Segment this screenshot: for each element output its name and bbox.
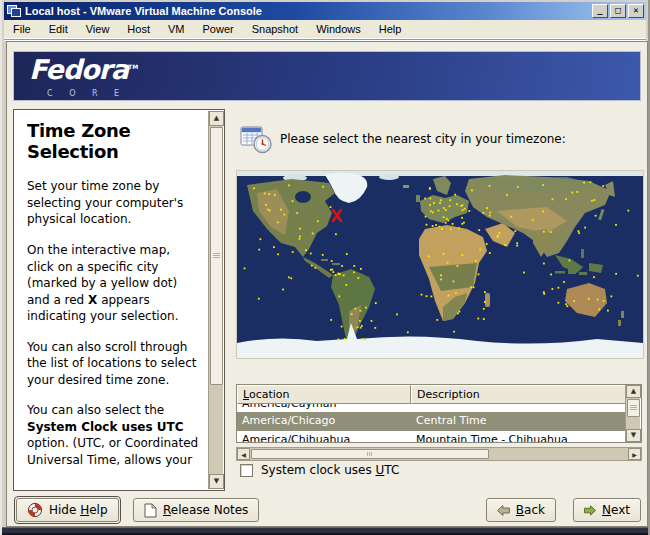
- hide-help-label: Hide Help: [49, 503, 108, 517]
- release-notes-label: Release Notes: [163, 503, 248, 517]
- window-title: Local host - VMware Virtual Machine Cons…: [25, 5, 262, 17]
- table-row-selected[interactable]: America/ChicagoCentral Time: [237, 412, 626, 431]
- trademark-symbol: TM: [128, 63, 138, 70]
- menu-item-host[interactable]: Host: [118, 21, 159, 37]
- help-scroll-thumb[interactable]: [210, 127, 223, 385]
- timezone-prompt: Please select the nearest city in your t…: [280, 132, 566, 146]
- timezone-prompt-row: Please select the nearest city in your t…: [239, 124, 566, 154]
- table-row[interactable]: America/Cayman: [237, 404, 626, 412]
- scroll-left-icon[interactable]: ◀: [237, 448, 250, 460]
- scroll-up-icon[interactable]: ▲: [626, 385, 641, 398]
- vm-screen: FedoraTM C O R E Time Zone Selection Set…: [6, 41, 648, 527]
- window-controls: _ □ ✕: [592, 4, 646, 18]
- help-paragraph-3: You can also scroll through the list of …: [27, 339, 200, 389]
- menu-item-file[interactable]: File: [4, 21, 40, 37]
- close-button[interactable]: ✕: [628, 4, 644, 18]
- vmware-window: Local host - VMware Virtual Machine Cons…: [0, 0, 650, 535]
- table-body: America/Cayman America/ChicagoCentral Ti…: [237, 404, 626, 442]
- menu-item-view[interactable]: View: [77, 21, 119, 37]
- scroll-down-icon[interactable]: ▼: [209, 474, 224, 489]
- life-preserver-icon: [27, 502, 43, 518]
- fedora-header: FedoraTM C O R E: [13, 51, 641, 101]
- fedora-logo: FedoraTM C O R E: [29, 54, 138, 85]
- menu-item-snapshot[interactable]: Snapshot: [243, 21, 307, 37]
- scroll-right-icon[interactable]: ▶: [628, 448, 641, 460]
- vmware-icon: [7, 4, 21, 18]
- utc-checkbox-row: System clock uses UTC: [240, 463, 399, 477]
- help-scrollbar[interactable]: ▲ ▼: [208, 111, 223, 489]
- hide-help-focus-ring: Hide Help: [14, 496, 121, 524]
- help-paragraph-4: You can also select the System Clock use…: [27, 402, 200, 468]
- back-button[interactable]: Back: [486, 498, 556, 522]
- table-header-row: Location Description: [237, 385, 626, 404]
- scroll-down-icon[interactable]: ▼: [626, 429, 641, 442]
- menu-item-vm[interactable]: VM: [159, 21, 194, 37]
- document-icon: [144, 503, 157, 518]
- world-map[interactable]: [236, 170, 644, 359]
- hscroll-thumb[interactable]: [251, 449, 489, 459]
- table-hscrollbar[interactable]: ◀ ▶: [236, 447, 642, 461]
- help-title: Time Zone Selection: [27, 121, 157, 162]
- next-arrow-icon: [584, 505, 596, 516]
- next-button[interactable]: Next: [573, 498, 641, 522]
- column-header-description[interactable]: Description: [411, 385, 626, 404]
- clock-calendar-icon: [239, 124, 272, 154]
- menu-item-edit[interactable]: Edit: [40, 21, 77, 37]
- release-notes-button[interactable]: Release Notes: [133, 498, 259, 522]
- help-paragraph-1: Set your time zone by selecting your com…: [27, 178, 200, 228]
- bottom-strip: [2, 527, 648, 535]
- utc-checkbox-label[interactable]: System clock uses UTC: [261, 463, 399, 477]
- menu-item-windows[interactable]: Windows: [307, 21, 370, 37]
- utc-checkbox[interactable]: [240, 464, 253, 477]
- back-label: Back: [516, 503, 545, 517]
- location-table: Location Description America/Cayman Amer…: [236, 384, 642, 443]
- next-label: Next: [602, 503, 630, 517]
- minimize-button[interactable]: _: [592, 4, 608, 18]
- menubar: File Edit View Host VM Power Snapshot Wi…: [4, 20, 646, 39]
- table-scroll-thumb[interactable]: [627, 399, 640, 417]
- back-arrow-icon: [497, 505, 510, 516]
- menu-item-power[interactable]: Power: [193, 21, 242, 37]
- help-paragraph-2: On the interactive map, click on a speci…: [27, 242, 200, 325]
- table-row[interactable]: America/ChihuahuaMountain Time - Chihuah…: [237, 431, 626, 442]
- maximize-button[interactable]: □: [610, 4, 626, 18]
- hide-help-button[interactable]: Hide Help: [16, 498, 119, 522]
- window-titlebar[interactable]: Local host - VMware Virtual Machine Cons…: [4, 2, 646, 20]
- help-panel: Time Zone Selection Set your time zone b…: [13, 109, 225, 491]
- fedora-core-label: C O R E: [47, 89, 126, 98]
- column-header-location[interactable]: Location: [237, 385, 411, 404]
- table-vscrollbar[interactable]: ▲ ▼: [625, 385, 640, 442]
- scroll-up-icon[interactable]: ▲: [209, 111, 224, 126]
- menu-item-help[interactable]: Help: [370, 21, 411, 37]
- help-text: Time Zone Selection Set your time zone b…: [14, 110, 208, 490]
